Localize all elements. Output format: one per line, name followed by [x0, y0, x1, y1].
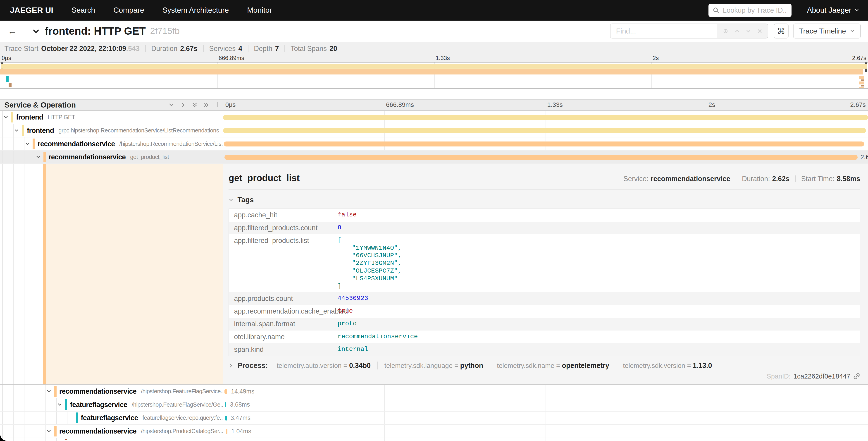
nav-item-compare[interactable]: Compare	[113, 6, 144, 14]
indent-guide	[13, 151, 13, 164]
span-duration-bar[interactable]	[225, 416, 227, 421]
span-duration-bar[interactable]	[223, 115, 868, 120]
nav-item-system-architecture[interactable]: System Architecture	[162, 6, 229, 14]
tag-value: true	[338, 307, 353, 315]
span-name-column[interactable]: featureflagservicefeatureflagservice.rep…	[0, 412, 223, 424]
tree-chevron-icon[interactable]	[36, 154, 41, 159]
service-color-bar	[11, 112, 13, 122]
span-timeline-cell[interactable]: 14.49ms	[223, 385, 868, 398]
span-duration-bar[interactable]	[225, 402, 226, 407]
find-next-icon[interactable]	[745, 28, 751, 34]
service-name-label: recommendationservice	[59, 427, 137, 435]
span-duration-bar[interactable]	[224, 155, 858, 160]
search-icon	[713, 7, 719, 13]
tree-chevron-icon[interactable]	[46, 429, 51, 434]
locate-icon[interactable]	[722, 28, 728, 34]
expand-all-icon[interactable]	[203, 102, 209, 108]
trace-view-selector[interactable]: Trace Timeline	[793, 24, 861, 38]
tag-key: app.filtered_products.count	[229, 224, 337, 232]
keyboard-shortcuts-button[interactable]: ⌘	[774, 24, 788, 38]
trace-lookup-box[interactable]	[709, 4, 792, 17]
indent-guide	[13, 164, 13, 384]
span-name-column[interactable]	[0, 438, 223, 441]
minimap-span-bar	[860, 88, 863, 89]
operation-name-label: /hipstershop.ProductCatalogSer...	[141, 428, 223, 435]
span-timeline-cell[interactable]	[223, 438, 868, 441]
tags-section-label: Tags	[237, 196, 254, 204]
collapse-all-icon[interactable]	[192, 102, 198, 108]
span-name-column[interactable]: recommendationservice/hipstershop.Produc…	[0, 425, 223, 438]
nav-menu: SearchCompareSystem ArchitectureMonitor	[53, 6, 272, 14]
minimap-tick-label: 2.67s	[852, 55, 866, 61]
tree-chevron-icon[interactable]	[14, 128, 19, 133]
find-group	[610, 24, 768, 38]
span-timeline-cell[interactable]: 3.68ms	[223, 398, 868, 411]
span-row[interactable]	[0, 438, 868, 441]
span-name-column[interactable]: frontendHTTP GET	[0, 111, 223, 124]
operation-name-label: get_product_list	[130, 154, 169, 160]
process-field: telemetry.sdk.name = opentelemetry	[490, 361, 616, 370]
nav-item-monitor[interactable]: Monitor	[247, 6, 272, 14]
trace-id-badge: 2f715fb	[150, 26, 180, 36]
tree-chevron-icon[interactable]	[3, 115, 8, 120]
collapse-one-icon[interactable]	[168, 102, 175, 108]
trace-info-segment: Total Spans20	[279, 45, 337, 53]
span-row[interactable]: featureflagservicefeatureflagservice.rep…	[0, 412, 868, 425]
timeline-minimap[interactable]	[0, 62, 868, 89]
indent-guide	[2, 138, 3, 150]
span-name-column[interactable]: recommendationserviceget_product_list	[0, 151, 223, 164]
span-timeline-cell[interactable]	[223, 124, 868, 137]
span-row[interactable]: featureflagservice/hipstershop.FeatureFl…	[0, 398, 868, 412]
collapse-trace-chevron-icon[interactable]	[32, 27, 40, 35]
back-arrow-icon[interactable]: ←	[8, 26, 20, 36]
process-field-value: python	[460, 361, 483, 369]
span-row[interactable]: frontendHTTP GET	[0, 111, 868, 124]
span-duration-bar[interactable]	[226, 429, 227, 434]
timeline-gridline	[546, 412, 546, 424]
trace-info-row: Trace StartOctober 22 2022, 22:10:09.543…	[0, 42, 868, 55]
span-timeline-cell[interactable]: 1.04ms	[223, 425, 868, 438]
tree-chevron-icon[interactable]	[46, 389, 51, 394]
nav-item-search[interactable]: Search	[71, 6, 95, 14]
start-time-label: Start Time:	[801, 175, 835, 183]
span-row[interactable]: recommendationservice/hipstershop.Recomm…	[0, 138, 868, 151]
about-jaeger-menu[interactable]: About Jaeger	[807, 6, 859, 14]
column-resize-grip[interactable]	[217, 102, 219, 107]
service-name-label: frontend	[27, 126, 54, 135]
span-row[interactable]: recommendationservice/hipstershop.Produc…	[0, 425, 868, 438]
indent-guide	[56, 438, 57, 441]
find-input[interactable]	[611, 24, 717, 38]
tags-section-toggle[interactable]: Tags	[228, 196, 860, 204]
tag-value: ["1YMWWN1N4O","66VCHSJNUP","2ZYFJ3GM2N",…	[338, 237, 402, 290]
trace-info-value: 2.67s	[180, 45, 197, 53]
span-timeline-cell[interactable]	[223, 138, 868, 150]
span-name-column[interactable]: frontendgrpc.hipstershop.RecommendationS…	[0, 124, 223, 137]
indent-guide	[45, 412, 46, 424]
span-name-column[interactable]: recommendationservice/hipstershop.Featur…	[0, 385, 223, 398]
timeline-tick-label: 0μs	[225, 101, 236, 109]
tree-chevron-icon[interactable]	[25, 141, 30, 146]
span-duration-bar[interactable]	[224, 142, 864, 146]
trace-lookup-input[interactable]	[723, 6, 787, 14]
tree-chevron-icon[interactable]	[57, 402, 62, 407]
span-duration-bar[interactable]	[223, 128, 866, 133]
trace-info-segment: Duration2.67s	[140, 45, 197, 53]
span-row[interactable]: recommendationservice/hipstershop.Featur…	[0, 385, 868, 398]
app-brand[interactable]: JAEGER UI	[10, 6, 53, 15]
tag-row: app.cache_hitfalse	[229, 209, 860, 222]
span-name-labels: recommendationserviceget_product_list	[49, 151, 169, 164]
span-name-column[interactable]: recommendationservice/hipstershop.Recomm…	[0, 138, 223, 150]
expand-one-icon[interactable]	[180, 102, 186, 108]
span-rows-container: frontendHTTP GETfrontendgrpc.hipstershop…	[0, 111, 868, 441]
clear-find-icon[interactable]	[757, 28, 762, 34]
span-row[interactable]: frontendgrpc.hipstershop.RecommendationS…	[0, 124, 868, 138]
link-icon[interactable]	[853, 373, 860, 380]
find-prev-icon[interactable]	[734, 28, 740, 34]
span-timeline-cell[interactable]	[223, 111, 868, 124]
process-section-toggle[interactable]: Process: telemetry.auto.version = 0.34b0…	[228, 361, 860, 370]
span-timeline-cell[interactable]: 3.47ms	[223, 412, 868, 424]
span-name-column[interactable]: featureflagservice/hipstershop.FeatureFl…	[0, 398, 223, 411]
span-duration-bar[interactable]	[224, 389, 227, 394]
span-row[interactable]: recommendationserviceget_product_list2.6…	[0, 151, 868, 164]
span-timeline-cell[interactable]: 2.62s	[223, 151, 868, 164]
